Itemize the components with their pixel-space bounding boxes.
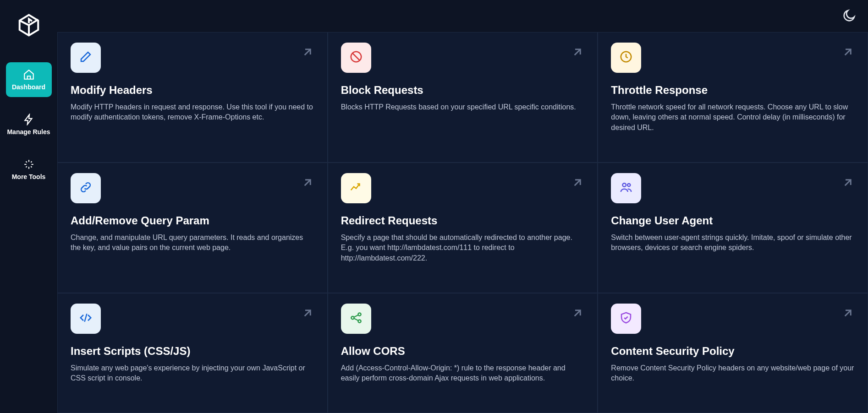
sidebar-item-more-tools[interactable]: More Tools (6, 152, 52, 187)
share-icon (349, 311, 363, 326)
card-title: Content Security Policy (611, 345, 855, 358)
arrow-up-right-icon (571, 176, 584, 190)
shield-check-icon (619, 311, 633, 326)
sidebar-item-label: Dashboard (12, 83, 45, 91)
card-title: Block Requests (341, 84, 585, 97)
sidebar-item-manage-rules[interactable]: Manage Rules (6, 107, 52, 142)
sidebar-item-dashboard[interactable]: Dashboard (6, 62, 52, 97)
moon-icon (841, 17, 856, 25)
card-icon-wrap (611, 304, 641, 334)
svg-point-4 (351, 316, 354, 319)
card-desc: Simulate any web page's experience by in… (71, 363, 314, 384)
card-desc: Throttle network speed for all network r… (611, 102, 855, 133)
theme-toggle-button[interactable] (841, 9, 856, 23)
bolt-icon (23, 114, 35, 125)
arrow-up-right-icon (841, 45, 855, 59)
card-block-requests[interactable]: Block Requests Blocks HTTP Requests base… (328, 32, 598, 163)
app-logo (16, 13, 41, 38)
card-query-param[interactable]: Add/Remove Query Param Change, and manip… (57, 163, 328, 293)
card-icon-wrap (341, 173, 371, 203)
cards-grid: Modify Headers Modify HTTP headers in re… (57, 32, 868, 413)
svg-point-3 (627, 184, 630, 186)
arrow-up-right-icon (301, 45, 314, 59)
link-icon (79, 180, 93, 196)
card-title: Redirect Requests (341, 214, 585, 227)
card-icon-wrap (71, 43, 101, 73)
card-csp[interactable]: Content Security Policy Remove Content S… (598, 293, 868, 413)
arrow-up-right-icon (301, 176, 314, 190)
card-desc: Blocks HTTP Requests based on your speci… (341, 102, 585, 112)
card-throttle-response[interactable]: Throttle Response Throttle network speed… (598, 32, 868, 163)
card-icon-wrap (341, 304, 371, 334)
card-title: Throttle Response (611, 84, 855, 97)
sidebar: Dashboard Manage Rules More Tools (0, 0, 57, 413)
card-redirect-requests[interactable]: Redirect Requests Specify a page that sh… (328, 163, 598, 293)
clock-icon (619, 50, 633, 65)
card-desc: Specify a page that should be automatica… (341, 233, 585, 263)
ban-icon (349, 50, 363, 65)
topbar (57, 0, 868, 32)
pencil-icon (79, 50, 93, 65)
card-insert-scripts[interactable]: Insert Scripts (CSS/JS) Simulate any web… (57, 293, 328, 413)
svg-point-2 (623, 183, 626, 187)
arrow-up-right-icon (841, 176, 855, 190)
arrow-up-right-icon (571, 306, 584, 320)
card-desc: Remove Content Security Policy headers o… (611, 363, 855, 384)
card-icon-wrap (71, 304, 101, 334)
card-title: Allow CORS (341, 345, 585, 358)
sparkles-icon (23, 158, 35, 170)
card-icon-wrap (341, 43, 371, 73)
main-area: Modify Headers Modify HTTP headers in re… (57, 0, 868, 413)
users-icon (619, 180, 633, 196)
card-icon-wrap (611, 173, 641, 203)
card-desc: Modify HTTP headers in request and respo… (71, 102, 314, 123)
trend-up-icon (349, 180, 363, 196)
sidebar-item-label: More Tools (12, 173, 46, 180)
card-modify-headers[interactable]: Modify Headers Modify HTTP headers in re… (57, 32, 328, 163)
card-icon-wrap (611, 43, 641, 73)
home-icon (23, 69, 35, 81)
card-title: Change User Agent (611, 214, 855, 227)
card-desc: Switch between user-agent strings quickl… (611, 233, 855, 253)
card-title: Modify Headers (71, 84, 314, 97)
card-icon-wrap (71, 173, 101, 203)
arrow-up-right-icon (841, 306, 855, 320)
code-icon (79, 311, 93, 326)
sidebar-item-label: Manage Rules (7, 128, 50, 136)
card-desc: Add (Access-Control-Allow-Origin: *) rul… (341, 363, 585, 384)
card-title: Insert Scripts (CSS/JS) (71, 345, 314, 358)
arrow-up-right-icon (571, 45, 584, 59)
card-allow-cors[interactable]: Allow CORS Add (Access-Control-Allow-Ori… (328, 293, 598, 413)
card-desc: Change, and manipulate URL query paramet… (71, 233, 314, 253)
card-title: Add/Remove Query Param (71, 214, 314, 227)
card-user-agent[interactable]: Change User Agent Switch between user-ag… (598, 163, 868, 293)
arrow-up-right-icon (301, 306, 314, 320)
